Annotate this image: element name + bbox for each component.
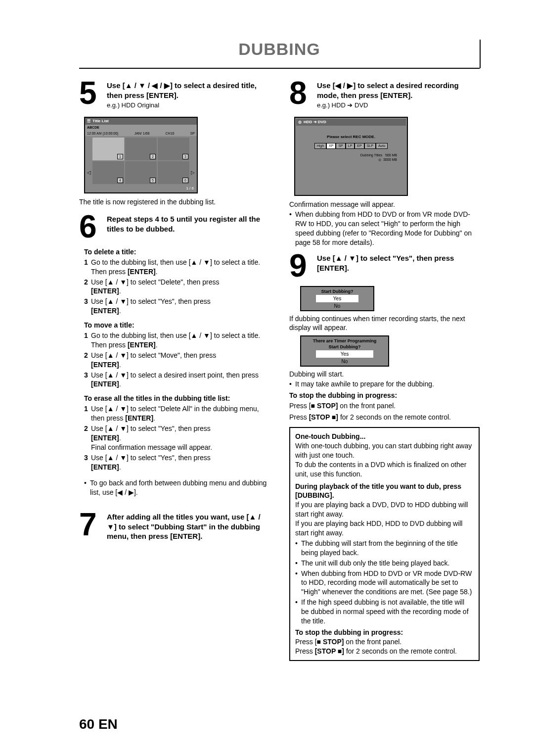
delete-list: Go to the dubbing list, then use [▲ / ▼]… bbox=[84, 258, 269, 316]
step8-bullets: When dubbing from HDD to DVD or from VR … bbox=[289, 210, 480, 247]
list-icon: ☰ bbox=[87, 119, 90, 124]
step-8: 8 Use [◀ / ▶] to select a desired record… bbox=[289, 80, 480, 110]
title-list-screenshot: ☰ Title List ABCDE 12:00 AM (10:00:00) J… bbox=[84, 117, 198, 193]
stop-line-2: Press [STOP ■] for 2 seconds on the remo… bbox=[295, 647, 474, 656]
left-column: 5 Use [▲ / ▼ / ◀ / ▶] to select a desire… bbox=[79, 80, 269, 661]
move-list: Go to the dubbing list, then use [▲ / ▼]… bbox=[84, 331, 269, 389]
dialog-yes: Yes bbox=[316, 350, 373, 358]
list-item: Use [▲ / ▼] to select "Delete All" in th… bbox=[84, 404, 269, 423]
step-body: Use [▲ / ▼ / ◀ / ▶] to select a desired … bbox=[107, 80, 269, 110]
t: 3000 MB bbox=[383, 158, 397, 161]
title-list-footer: 1 / 6 bbox=[85, 186, 197, 192]
thumb-1: 1 bbox=[92, 138, 124, 160]
title-list-header: ☰ Title List bbox=[85, 118, 197, 125]
step9-mid: If dubbing continues when timer recordin… bbox=[289, 314, 480, 333]
list-item: Use [▲ / ▼] to select "Yes", then press … bbox=[84, 424, 269, 452]
t: [STOP bbox=[309, 413, 332, 421]
badge: 2 bbox=[150, 154, 156, 159]
mode-slp: SLP bbox=[364, 143, 376, 148]
page: DUBBING 5 Use [▲ / ▼ / ◀ / ▶] to select … bbox=[0, 0, 534, 756]
title-wrap: DUBBING bbox=[79, 40, 480, 69]
t: [ENTER] bbox=[125, 414, 153, 422]
arrow-right-icon bbox=[190, 138, 195, 160]
step-body: After adding all the titles you want, us… bbox=[107, 511, 269, 541]
erase-all-head: To erase all the titles in the dubbing t… bbox=[84, 394, 269, 403]
t: Press bbox=[295, 647, 315, 655]
one-touch-box: One-touch Dubbing... With one-touch dubb… bbox=[289, 427, 480, 661]
mode-auto: Auto bbox=[376, 143, 388, 148]
arrow-icons: ▲ / ▼ bbox=[107, 454, 127, 462]
t: Use [ bbox=[317, 254, 335, 262]
t: 500 MB bbox=[385, 153, 397, 157]
t: ] to select "Yes", then press bbox=[127, 297, 211, 305]
t: Go to the dubbing list, then use [ bbox=[91, 331, 191, 339]
arrow-icons: ▲ / ▼ bbox=[107, 405, 127, 413]
t: Dubbing Titles bbox=[360, 153, 382, 157]
list-item: If the high speed dubbing is not availab… bbox=[295, 598, 474, 626]
step8-after: Confirmation message will appear. bbox=[289, 200, 480, 209]
t: Use [ bbox=[107, 81, 125, 90]
t: Press [ bbox=[289, 402, 311, 410]
arrow-left-icon: ◁ bbox=[87, 161, 91, 184]
right-column: 8 Use [◀ / ▶] to select a desired record… bbox=[289, 80, 480, 661]
list-item: Use [▲ / ▼] to select "Yes", then press … bbox=[84, 453, 269, 472]
step-number: 6 bbox=[79, 213, 102, 240]
t: ] to select "Dubbing Start" in the dubbi… bbox=[107, 522, 260, 541]
t: [STOP bbox=[315, 647, 338, 655]
arrow-icons: ▲ / ▼ bbox=[191, 331, 210, 339]
start-dubbing-dialog: Start Dubbing? Yes No bbox=[300, 286, 374, 311]
arrow-icons: ◀ / ▶ bbox=[335, 81, 354, 90]
step-6: 6 Repeat steps 4 to 5 until you register… bbox=[79, 213, 269, 240]
page-title: DUBBING bbox=[79, 40, 480, 59]
step-body: Repeat steps 4 to 5 until you register a… bbox=[107, 213, 269, 240]
thumb-2: 2 bbox=[125, 138, 157, 160]
t: Use [ bbox=[91, 405, 107, 413]
t: STOP] bbox=[315, 402, 338, 410]
t: ] to select a desired insert point, then… bbox=[127, 371, 259, 379]
step6-tip: To go back and forth between dubbing men… bbox=[84, 478, 269, 497]
t: Final confirmation message will appear. bbox=[91, 443, 212, 451]
p: With one-touch dubbing, you can start du… bbox=[295, 441, 474, 460]
stop-line-2: Press [STOP ■] for 2 seconds on the remo… bbox=[289, 413, 480, 422]
t: 12:00 AM (10:00:00) bbox=[87, 131, 118, 136]
example-text: e.g.) HDD ➔ DVD bbox=[317, 101, 480, 110]
step-5: 5 Use [▲ / ▼ / ◀ / ▶] to select a desire… bbox=[79, 80, 269, 110]
arrow-icons: ▲ / ▼ bbox=[335, 254, 356, 262]
p: If you are playing back a DVD, DVD to HD… bbox=[295, 500, 474, 519]
t: Press bbox=[289, 413, 309, 421]
t: ]. bbox=[134, 488, 138, 496]
t: Use [ bbox=[91, 297, 107, 305]
p: If you are playing back HDD, HDD to DVD … bbox=[295, 519, 474, 538]
title-list-meta: 12:00 AM (10:00:00) JAN/ 1/08 CH10 SP bbox=[85, 131, 197, 136]
step6-details: To delete a title: Go to the dubbing lis… bbox=[84, 247, 269, 497]
t: Use [ bbox=[91, 371, 107, 379]
step-number: 7 bbox=[79, 511, 102, 541]
t: ] to select "Delete", then press bbox=[127, 278, 219, 286]
dialog-head: Start Dubbing? bbox=[301, 287, 373, 294]
stop-line-1: Press [■ STOP] on the front panel. bbox=[295, 637, 474, 647]
dialog-head2: Start Dubbing? bbox=[301, 344, 388, 350]
t: [ENTER] bbox=[91, 307, 119, 315]
t: Use [ bbox=[91, 425, 107, 432]
example-text: e.g.) HDD Original bbox=[107, 101, 269, 110]
thumb-4: 4 bbox=[92, 161, 124, 184]
t: Use [ bbox=[91, 351, 107, 359]
disc-icon: ◎ bbox=[298, 120, 302, 125]
thumb-5: 5 bbox=[125, 161, 157, 184]
t: ] to select "Yes", then press bbox=[127, 454, 211, 462]
t: HDD ➔ DVD bbox=[304, 120, 326, 125]
rec-mode-body: Please select REC MODE. High XP SP LP EP… bbox=[296, 126, 406, 161]
arrow-icons: ◀ / ▶ bbox=[117, 488, 134, 496]
title-list-name: ABCDE bbox=[85, 125, 197, 130]
step5-after: The title is now registered in the dubbi… bbox=[79, 197, 269, 207]
arrow-left-icon bbox=[87, 138, 91, 160]
step-head: Use [▲ / ▼ / ◀ / ▶] to select a desired … bbox=[107, 81, 269, 100]
list-item: The unit will dub only the title being p… bbox=[295, 559, 474, 568]
list-item: Go to the dubbing list, then use [▲ / ▼]… bbox=[84, 331, 269, 350]
list-item: When dubbing from HDD to DVD or from VR … bbox=[289, 210, 480, 247]
t: for 2 seconds on the remote control. bbox=[338, 413, 451, 421]
list-item: Use [▲ / ▼] to select a desired insert p… bbox=[84, 371, 269, 389]
list-item: It may take awhile to prepare for the du… bbox=[289, 379, 480, 389]
rec-mode-header: ◎ HDD ➔ DVD bbox=[296, 119, 406, 126]
page-footer: 60 EN bbox=[79, 716, 118, 732]
